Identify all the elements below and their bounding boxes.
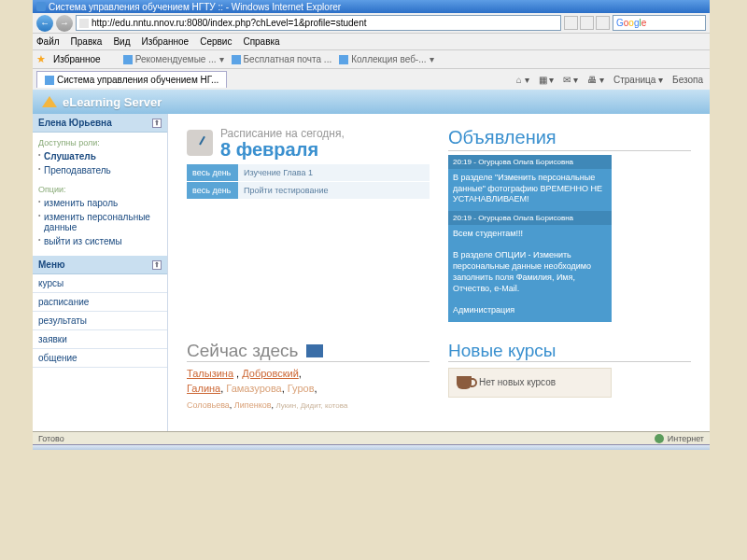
clock-icon	[187, 130, 213, 156]
role-teacher[interactable]: Преподаватель	[38, 163, 162, 177]
safety-menu[interactable]: Безопа	[669, 75, 706, 85]
user-link[interactable]: Гуров	[288, 383, 315, 394]
stop-button[interactable]	[596, 16, 610, 30]
opt-change-personal[interactable]: изменить персональные данные	[38, 210, 162, 234]
search-box[interactable]: Google	[613, 15, 706, 31]
announcement-meta: 20:19 - Огурцова Ольга Борисовна	[448, 211, 612, 225]
menu-favorites[interactable]: Избранное	[141, 36, 189, 47]
star-icon[interactable]: ★	[36, 53, 46, 65]
browser-tab[interactable]: Система управления обучением НГ...	[36, 71, 227, 88]
schedule-column: Расписание на сегодня, 8 февраля весь де…	[187, 127, 430, 322]
status-bar: Готово Интернет	[33, 431, 710, 444]
globe-icon	[655, 434, 664, 443]
menu-bar: Файл Правка Вид Избранное Сервис Справка	[33, 34, 710, 50]
menu-panel-header[interactable]: Меню ⇑	[33, 256, 167, 274]
schedule-time: весь день	[187, 164, 238, 181]
menu-help[interactable]: Справка	[243, 36, 279, 47]
empty-text: Нет новых курсов	[479, 377, 556, 387]
announcements-title: Объявления	[448, 127, 691, 151]
schedule-table: весь день Изучение Глава 1 весь день Про…	[187, 164, 430, 199]
site-icon	[339, 55, 348, 64]
ie-icon	[36, 2, 46, 11]
cup-icon	[457, 376, 472, 389]
menu-courses[interactable]: курсы	[33, 274, 167, 293]
search-engine: Google	[616, 18, 646, 28]
menu-tools[interactable]: Сервис	[200, 36, 232, 47]
menu-chat[interactable]: общение	[33, 349, 167, 368]
opt-logout[interactable]: выйти из системы	[38, 234, 162, 248]
refresh-button[interactable]	[580, 16, 594, 30]
opt-change-password[interactable]: изменить пароль	[38, 196, 162, 210]
collapse-icon[interactable]: ⇑	[152, 119, 162, 128]
user-tiny: Лукин, Дидит, котова	[275, 401, 347, 410]
browser-window: Система управления обучением НГТУ :: - W…	[33, 0, 710, 450]
fav-item-1[interactable]: Рекомендуемые ... ▾	[123, 54, 224, 64]
user-link[interactable]: Галина	[187, 383, 220, 394]
favorites-label[interactable]: Избранное	[53, 54, 101, 64]
nav-toolbar: ← → http://edu.nntu.nnov.ru:8080/index.p…	[33, 13, 710, 34]
page-menu[interactable]: Страница ▾	[611, 75, 666, 85]
fav-item-2[interactable]: Бесплатная почта ...	[232, 54, 332, 64]
page-icon	[79, 19, 89, 28]
schedule-task: Изучение Глава 1	[238, 164, 430, 181]
window-titlebar: Система управления обучением НГТУ :: - W…	[33, 0, 710, 13]
print-icon[interactable]: 🖶 ▾	[585, 75, 607, 85]
favorites-bar: ★ Избранное Рекомендуемые ... ▾ Бесплатн…	[33, 50, 710, 69]
address-bar[interactable]: http://edu.nntu.nnov.ru:8080/index.php?c…	[76, 15, 561, 31]
user-link[interactable]: Добровский	[242, 368, 299, 379]
status-ready: Готово	[38, 434, 64, 443]
go-button[interactable]	[564, 16, 578, 30]
mail-icon[interactable]: ✉ ▾	[560, 75, 581, 85]
user-link[interactable]: Липенков	[234, 400, 272, 410]
presence-title: Сейчас здесь	[187, 341, 430, 362]
main-content: Расписание на сегодня, 8 февраля весь де…	[168, 114, 710, 431]
logo-icon	[42, 96, 57, 107]
site-icon	[232, 55, 241, 64]
menu-edit[interactable]: Правка	[71, 36, 103, 47]
announcement-text: Всем студентам!!! В разделе ОПЦИИ - Изме…	[448, 225, 612, 322]
url-text: http://edu.nntu.nnov.ru:8080/index.php?c…	[92, 18, 366, 28]
menu-schedule[interactable]: расписание	[33, 293, 167, 312]
collapse-icon[interactable]: ⇑	[152, 260, 162, 270]
presence-icon	[306, 344, 323, 357]
menu-view[interactable]: Вид	[113, 36, 130, 47]
schedule-date: 8 февраля	[220, 140, 345, 159]
forward-button[interactable]: →	[56, 15, 73, 32]
app-title: eLearning Server	[63, 95, 162, 109]
schedule-task: Пройти тестирование	[238, 182, 430, 199]
feed-icon[interactable]: ▦ ▾	[536, 75, 557, 85]
role-student[interactable]: Слушатель	[38, 149, 162, 163]
menu-label: Меню	[38, 259, 64, 270]
presence-names: Талызина , Добровский, Галина, Гамазуров…	[187, 366, 430, 413]
presence-column: Сейчас здесь Талызина , Добровский, Гали…	[187, 322, 430, 413]
announcements-box: 20:19 - Огурцова Ольга Борисовна В разде…	[448, 155, 612, 322]
announcements-column: Объявления 20:19 - Огурцова Ольга Борисо…	[448, 127, 691, 322]
sidebar: Елена Юрьевна ⇑ Доступны роли: Слушатель…	[33, 114, 168, 431]
user-panel-header[interactable]: Елена Юрьевна ⇑	[33, 114, 167, 133]
tab-title: Система управления обучением НГ...	[57, 75, 218, 85]
announcement-meta: 20:19 - Огурцова Ольга Борисовна	[448, 155, 612, 169]
schedule-time: весь день	[187, 182, 238, 199]
menu-results[interactable]: результаты	[33, 312, 167, 330]
schedule-row[interactable]: весь день Пройти тестирование	[187, 182, 430, 199]
schedule-row[interactable]: весь день Изучение Глава 1	[187, 164, 430, 181]
menu-file[interactable]: Файл	[36, 36, 60, 47]
home-icon[interactable]: ⌂ ▾	[514, 75, 532, 85]
status-zone: Интернет	[668, 434, 704, 443]
new-courses-title: Новые курсы	[448, 341, 691, 362]
user-link[interactable]: Талызина	[187, 368, 233, 379]
announcement-text: В разделе "Изменить персональные данные"…	[448, 169, 612, 211]
site-icon	[123, 55, 133, 64]
roles-label: Доступны роли:	[38, 136, 162, 149]
options-label: Опции:	[38, 183, 162, 196]
taskbar-strip	[33, 444, 710, 450]
user-name: Елена Юрьевна	[38, 118, 112, 128]
nav-buttons	[564, 16, 610, 30]
menu-requests[interactable]: заявки	[33, 330, 167, 349]
window-title: Система управления обучением НГТУ :: - W…	[49, 2, 341, 12]
fav-item-3[interactable]: Коллекция веб-... ▾	[339, 54, 433, 64]
tab-favicon	[45, 76, 54, 85]
back-button[interactable]: ←	[36, 15, 53, 32]
user-link[interactable]: Гамазурова	[226, 383, 281, 394]
user-link[interactable]: Соловьева	[187, 400, 230, 410]
